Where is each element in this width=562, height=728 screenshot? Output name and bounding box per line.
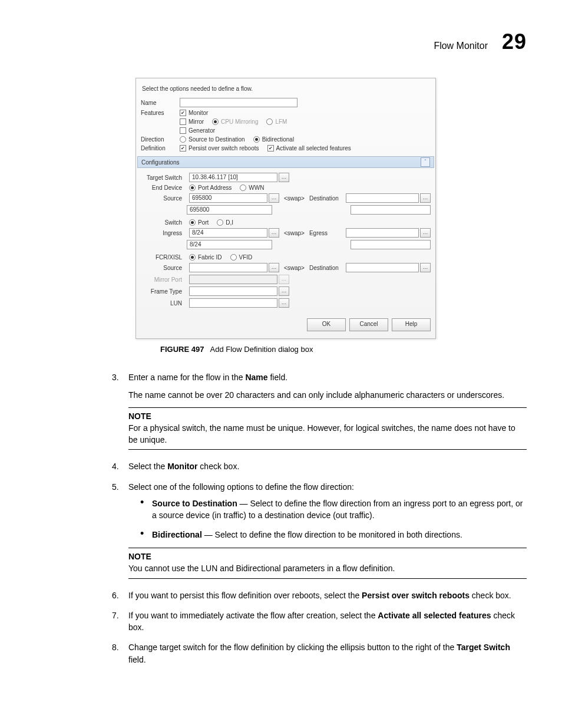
frame-type-label: Frame Type bbox=[141, 288, 184, 295]
radio-icon bbox=[217, 219, 223, 226]
radio-icon bbox=[266, 118, 273, 125]
page-header: Flow Monitor 29 bbox=[35, 29, 527, 54]
lun-label: LUN bbox=[141, 300, 184, 307]
ok-button[interactable]: OK bbox=[307, 318, 346, 331]
radio-icon bbox=[212, 118, 219, 125]
step-7: 7. If you want to immediately activate t… bbox=[112, 610, 527, 634]
switch-label: Switch bbox=[141, 219, 184, 226]
mirror-port-row: Mirror Port … bbox=[141, 275, 431, 284]
frame-type-ellipsis-button[interactable]: … bbox=[279, 286, 289, 296]
lun-ellipsis-button[interactable]: … bbox=[279, 298, 289, 308]
check-icon bbox=[180, 145, 186, 151]
figure-caption: FIGURE 497 Add Flow Definition dialog bo… bbox=[160, 345, 436, 354]
definition-row: Definition Persist over switch reboots A… bbox=[141, 145, 431, 151]
features-row: Features Monitor bbox=[141, 110, 431, 116]
activate-checkbox[interactable]: Activate all selected features bbox=[267, 145, 351, 151]
wwn-radio[interactable]: WWN bbox=[240, 185, 264, 191]
mirror-port-ellipsis-button: … bbox=[279, 275, 289, 284]
lun-input[interactable] bbox=[189, 298, 277, 308]
ingress-below-row: 8/24 <swap> Egress bbox=[141, 240, 431, 249]
step-3: 3. Enter a name for the flow in the Name… bbox=[112, 371, 527, 450]
egress-ellipsis-button[interactable]: … bbox=[420, 228, 431, 238]
source-below-input[interactable]: 695800 bbox=[187, 205, 272, 215]
fabric-id-radio[interactable]: Fabric ID bbox=[189, 254, 222, 261]
instruction-content: 3. Enter a name for the flow in the Name… bbox=[112, 371, 527, 666]
di-radio[interactable]: D,I bbox=[217, 219, 233, 226]
configurations-label: Configurations bbox=[141, 159, 179, 166]
radio-icon bbox=[180, 136, 186, 143]
dialog-intro: Select the options needed to define a fl… bbox=[142, 85, 429, 92]
end-device-source-row: Source 695800 … <swap> Destination … bbox=[141, 193, 431, 203]
egress-below-input[interactable] bbox=[351, 240, 431, 249]
ingress-label: Ingress bbox=[141, 230, 184, 236]
configurations-section-header[interactable]: Configurations ˆ bbox=[137, 156, 434, 168]
swap-link[interactable]: <swap> bbox=[284, 195, 305, 202]
figure-caption-text: Add Flow Definition dialog box bbox=[210, 345, 313, 354]
destination-ellipsis-button[interactable]: … bbox=[420, 193, 431, 203]
source-ellipsis-button[interactable]: … bbox=[269, 193, 279, 203]
bidirectional-radio[interactable]: Bidirectional bbox=[253, 136, 294, 143]
figure-number: FIGURE 497 bbox=[160, 345, 204, 354]
direction-label: Direction bbox=[141, 136, 175, 143]
fcr-destination-ellipsis-button[interactable]: … bbox=[420, 263, 431, 272]
radio-icon bbox=[189, 254, 196, 261]
end-device-label: End Device bbox=[141, 185, 184, 191]
destination-input[interactable] bbox=[346, 193, 419, 203]
fcr-source-label: Source bbox=[141, 265, 184, 271]
dialog-figure: Select the options needed to define a fl… bbox=[135, 78, 436, 354]
port-address-radio[interactable]: Port Address bbox=[189, 185, 232, 191]
header-title: Flow Monitor bbox=[434, 41, 488, 51]
help-button[interactable]: Help bbox=[392, 318, 431, 331]
dialog-buttons: OK Cancel Help bbox=[141, 318, 431, 331]
name-label: Name bbox=[141, 100, 175, 106]
fcr-source-ellipsis-button[interactable]: … bbox=[269, 263, 279, 272]
monitor-checkbox[interactable]: Monitor bbox=[180, 110, 208, 116]
note-2: NOTE You cannot use the LUN and Bidirect… bbox=[128, 548, 527, 579]
add-flow-dialog: Select the options needed to define a fl… bbox=[135, 78, 436, 339]
ingress-below-input[interactable]: 8/24 bbox=[187, 240, 272, 249]
target-switch-ellipsis-button[interactable]: … bbox=[279, 173, 289, 182]
bullet-bidirectional: Bidirectional — Select to define the flo… bbox=[140, 529, 527, 541]
page: Flow Monitor 29 Select the options neede… bbox=[0, 0, 562, 709]
lun-row: LUN … bbox=[141, 298, 431, 308]
source-input[interactable]: 695800 bbox=[189, 193, 267, 203]
target-switch-row: Target Switch 10.38.46.117 [10] … bbox=[141, 173, 431, 182]
ingress-ellipsis-button[interactable]: … bbox=[269, 228, 279, 238]
port-radio[interactable]: Port bbox=[189, 219, 209, 226]
radio-icon bbox=[240, 185, 246, 191]
target-switch-label: Target Switch bbox=[141, 174, 184, 181]
ingress-input[interactable]: 8/24 bbox=[189, 228, 267, 238]
fcr-row: FCR/XISL Fabric ID VFID bbox=[141, 254, 431, 261]
mirror-port-label: Mirror Port bbox=[141, 276, 184, 283]
definition-label: Definition bbox=[141, 145, 175, 151]
fcr-source-input[interactable] bbox=[189, 263, 267, 272]
target-switch-input[interactable]: 10.38.46.117 [10] bbox=[189, 173, 277, 182]
switch-row: Switch Port D,I bbox=[141, 219, 431, 226]
egress-input[interactable] bbox=[346, 228, 419, 238]
bullet-source-to-destination: Source to Destination — Select to define… bbox=[140, 498, 527, 522]
step-5: 5. Select one of the following options t… bbox=[112, 481, 527, 579]
mirror-port-input bbox=[189, 275, 277, 284]
cancel-button[interactable]: Cancel bbox=[349, 318, 388, 331]
check-icon bbox=[180, 110, 186, 116]
destination-label: Destination bbox=[309, 195, 342, 202]
swap-link[interactable]: <swap> bbox=[284, 265, 305, 271]
persist-checkbox[interactable]: Persist over switch reboots bbox=[180, 145, 259, 151]
cpu-mirroring-radio: CPU Mirroring bbox=[212, 118, 258, 125]
swap-link[interactable]: <swap> bbox=[284, 230, 305, 236]
collapse-icon[interactable]: ˆ bbox=[421, 157, 430, 167]
fcr-destination-input[interactable] bbox=[346, 263, 419, 272]
egress-label: Egress bbox=[309, 230, 342, 236]
mirror-checkbox[interactable]: Mirror bbox=[180, 118, 204, 125]
end-device-row: End Device Port Address WWN bbox=[141, 185, 431, 191]
name-input[interactable] bbox=[180, 98, 297, 107]
destination-below-input[interactable] bbox=[351, 205, 431, 215]
frame-type-input[interactable] bbox=[189, 286, 277, 296]
vfid-radio[interactable]: VFID bbox=[230, 254, 253, 261]
generator-checkbox[interactable]: Generator bbox=[180, 127, 215, 134]
radio-icon bbox=[253, 136, 260, 143]
fcr-label: FCR/XISL bbox=[141, 254, 184, 261]
chapter-number: 29 bbox=[502, 29, 527, 54]
source-to-dest-radio[interactable]: Source to Destination bbox=[180, 136, 245, 143]
note-1: NOTE For a physical switch, the name mus… bbox=[128, 407, 527, 450]
